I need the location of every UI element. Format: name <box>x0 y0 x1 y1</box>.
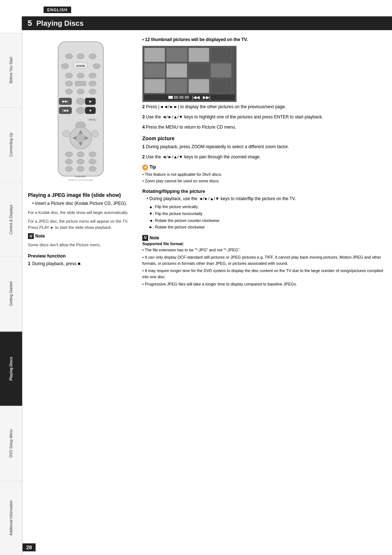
rotate-item-1: ▼: Flip the picture horizontally <box>149 210 385 217</box>
thumb-cell <box>166 79 187 93</box>
svg-point-43 <box>65 166 73 171</box>
rotate-item-2: ◄: Rotate the picture counter-clockwise <box>149 217 385 224</box>
thumb-row-2 <box>144 63 235 78</box>
sidebar-item-control-displays[interactable]: Control & Displays <box>0 182 22 256</box>
svg-point-16 <box>89 89 96 94</box>
preview-step-1: 1 During playback, press ■. <box>28 261 133 267</box>
zoom-step-2-text: Use the ◄/►/▲/▼ keys to pan through the … <box>146 154 261 159</box>
tip-2: • Zoom play cannot be used on some discs… <box>142 178 385 185</box>
note-item-2: • It may require longer time for the DVD… <box>142 268 385 280</box>
thumb-row-3 <box>144 79 235 93</box>
svg-point-37 <box>65 152 73 157</box>
sidebar-item-before-you-start[interactable]: Before You Start <box>0 33 22 107</box>
jpeg-section-title: Playing a JPEG image file (slide show) <box>28 192 133 198</box>
svg-text:▶▶|: ▶▶| <box>62 100 68 103</box>
zoom-step-1: 1 During playback, press ZOOM repeatedly… <box>142 143 385 150</box>
svg-text:■: ■ <box>89 109 91 112</box>
rotate-title: Rotating/flipping the picture <box>142 189 385 194</box>
svg-point-35 <box>62 130 70 137</box>
chapter-number: 5 <box>28 19 32 28</box>
svg-point-3 <box>89 54 96 59</box>
svg-point-7 <box>93 64 100 69</box>
svg-point-24 <box>76 107 85 114</box>
thumb-nav-bar: |◀◀ ▶▶| <box>144 94 235 100</box>
thumb-cell <box>144 63 165 78</box>
note-label-2: N Note <box>142 235 385 241</box>
svg-point-8 <box>65 73 73 78</box>
thumbnail-text: • 12 thumbnail pictures will be displaye… <box>142 36 385 43</box>
thumbnail-section: • 12 thumbnail pictures will be displaye… <box>142 36 385 130</box>
svg-point-9 <box>77 73 84 78</box>
rotate-item-3: ►: Rotate the picture clockwise <box>149 224 385 231</box>
thumb-row-1 <box>144 48 235 62</box>
preview-section: Preview function 1 During playback, pres… <box>28 253 133 267</box>
step-2-text: Press |◄◄/►►| to display the other pictu… <box>146 104 286 109</box>
tip-icon: ★ <box>142 165 148 170</box>
svg-text:MENU: MENU <box>89 118 96 121</box>
note-item-0: • The file extension has to be "*.JPG" a… <box>142 247 385 253</box>
svg-point-1 <box>65 54 73 59</box>
tip-title: ★ Tip <box>142 164 385 171</box>
sidebar-item-dvd-setup-menu[interactable]: DVD Setup Menu <box>0 406 22 480</box>
svg-point-6 <box>61 64 69 69</box>
step-4-text: Press the MENU to return to Picture CD m… <box>146 125 236 130</box>
note-item-3: • Progressive JPEG files will take a lon… <box>142 281 385 287</box>
thumb-cell <box>211 79 232 93</box>
note-label-1: N Note <box>28 233 133 239</box>
nav-next-icon: ▶▶| <box>203 95 211 100</box>
step-2-block: 2 Press |◄◄/►►| to display the other pic… <box>142 104 385 110</box>
svg-point-34 <box>76 134 85 142</box>
svg-text:REMOTE CONTROLLER: REMOTE CONTROLLER <box>68 179 93 181</box>
svg-point-14 <box>65 89 73 94</box>
dot-3 <box>179 96 184 99</box>
thumb-cell <box>166 48 187 62</box>
thumb-cell <box>166 63 187 78</box>
sidebar: Before You Start Connecting Up Control &… <box>0 33 23 555</box>
remote-controller-image: ZOOM ▶▶| ▶ <box>48 40 113 185</box>
chapter-header: 5 Playing Discs <box>22 16 392 30</box>
nav-prev-icon: |◀◀ <box>192 95 200 100</box>
tip-1: • This feature is not applicable for Div… <box>142 171 385 178</box>
right-column: • 12 thumbnail pictures will be displaye… <box>139 33 392 555</box>
sidebar-item-additional-info[interactable]: Additional Information <box>0 481 22 555</box>
thumb-cell <box>188 63 209 78</box>
svg-point-15 <box>77 89 84 94</box>
supported-format-label: Supported file format: <box>142 242 385 246</box>
zoom-step-2: 2 Use the ◄/►/▲/▼ keys to pan through th… <box>142 154 385 160</box>
step-4-block: 4 Press the MENU to return to Picture CD… <box>142 124 385 130</box>
sidebar-item-connecting-up[interactable]: Connecting Up <box>0 107 22 182</box>
step-2-number: 2 <box>142 104 145 109</box>
note-icon-2: N <box>142 235 148 241</box>
sidebar-item-playing-discs[interactable]: Playing Discs <box>0 331 22 406</box>
step-3-block: 3 Use the ◄/►/▲/▼ keys to highlight one … <box>142 114 385 120</box>
thumb-cell <box>211 48 232 62</box>
svg-point-10 <box>89 73 96 78</box>
svg-point-38 <box>77 152 84 157</box>
zoom-step-2-num: 2 <box>142 154 145 159</box>
note-item-1: • It can only display DCF-standard still… <box>142 254 385 266</box>
rotate-bullet: During playback, use the ◄/►/▲/▼ keys to… <box>147 196 385 202</box>
svg-rect-12 <box>75 81 86 86</box>
dot-1 <box>168 96 173 99</box>
chapter-title: Playing Discs <box>36 19 83 28</box>
zoom-title: Zoom picture <box>142 135 385 141</box>
tip-block: ★ Tip • This feature is not applicable f… <box>142 164 385 184</box>
thumb-cell <box>211 63 232 78</box>
svg-text:▶: ▶ <box>89 100 91 103</box>
jpeg-section: Playing a JPEG image file (slide show) I… <box>28 192 133 267</box>
svg-point-41 <box>77 159 84 164</box>
dot-2 <box>174 96 178 99</box>
svg-point-19 <box>76 98 85 105</box>
step-3-number: 3 <box>142 114 145 119</box>
dot-4 <box>185 96 189 99</box>
svg-text:|◀◀: |◀◀ <box>62 109 68 112</box>
thumb-cell <box>188 79 209 93</box>
svg-point-36 <box>91 130 99 137</box>
sidebar-item-getting-started[interactable]: Getting Started <box>0 256 22 331</box>
rotate-section: Rotating/flipping the picture During pla… <box>142 189 385 231</box>
thumb-cell <box>144 48 165 62</box>
language-tab: ENGLISH <box>44 7 71 13</box>
note-text-1: Some discs don't allow the Picture menu. <box>28 242 133 248</box>
thumbnail-grid: |◀◀ ▶▶| <box>142 46 237 102</box>
note-section: N Note Supported file format: • The file… <box>142 235 385 287</box>
